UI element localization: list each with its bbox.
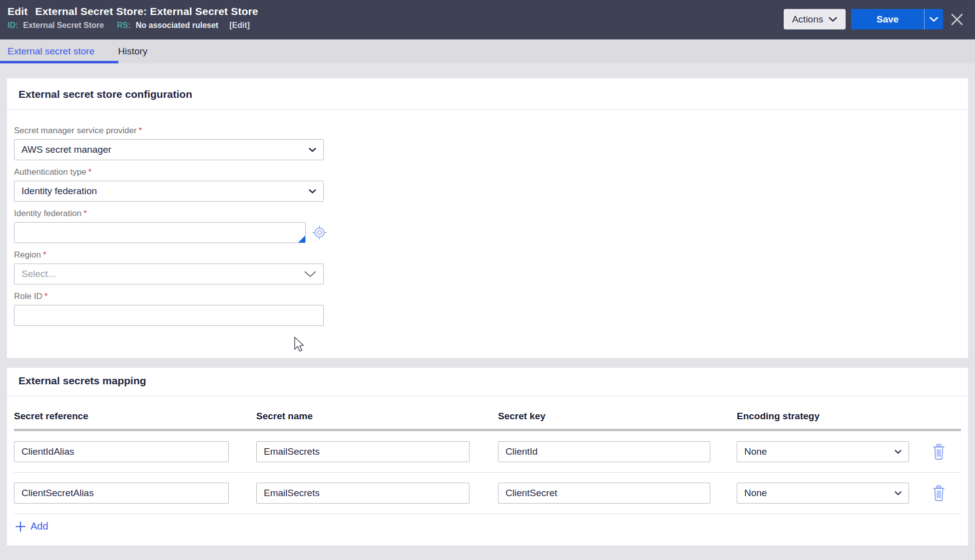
role-id-input[interactable]: [14, 305, 324, 326]
field-region: Region* Select...: [14, 250, 961, 284]
field-label: Secret manager service provider*: [14, 126, 961, 136]
add-row-label: Add: [30, 521, 48, 532]
actions-button[interactable]: Actions: [784, 9, 846, 29]
required-marker: *: [139, 126, 142, 135]
target-crosshair-icon[interactable]: [312, 225, 327, 241]
tab-external-secret-store[interactable]: External secret store: [7, 46, 94, 57]
column-header-encoding-strategy: Encoding strategy: [737, 411, 909, 422]
required-marker: *: [83, 209, 87, 218]
secret-reference-input[interactable]: [14, 441, 229, 462]
config-section-title: External secret store configuration: [14, 78, 961, 100]
save-options-button[interactable]: [924, 9, 943, 29]
chevron-down-icon: [304, 271, 316, 278]
ruleset-edit-link[interactable]: [Edit]: [229, 21, 250, 30]
page-title: EditExternal Secret Store: External Secr…: [7, 5, 258, 17]
identity-federation-input[interactable]: [14, 222, 306, 243]
mapping-section-card: External secrets mapping Secret referenc…: [7, 368, 968, 546]
mapping-table-header: Secret reference Secret name Secret key …: [14, 396, 961, 429]
secret-manager-provider-select[interactable]: AWS secret manager: [14, 139, 324, 160]
secret-name-input[interactable]: [256, 483, 470, 504]
field-role-id: Role ID*: [14, 291, 961, 326]
column-header-secret-name: Secret name: [256, 411, 498, 422]
chevron-down-icon: [309, 189, 316, 194]
required-marker: *: [44, 291, 48, 301]
column-header-secret-reference: Secret reference: [14, 411, 256, 422]
table-row: None: [14, 431, 961, 472]
actions-button-label: Actions: [792, 14, 823, 25]
tab-history[interactable]: History: [118, 46, 147, 57]
field-label: Role ID*: [14, 291, 961, 301]
edit-prefix: Edit: [7, 5, 27, 17]
trash-icon: [932, 444, 946, 460]
tab-bar: External secret store History: [0, 39, 975, 63]
close-button[interactable]: [950, 12, 964, 26]
field-secret-manager-service-provider: Secret manager service provider* AWS sec…: [14, 126, 961, 160]
table-row: None: [14, 473, 961, 514]
chevron-down-icon: [895, 450, 902, 454]
config-section-card: External secret store configuration Secr…: [7, 78, 968, 358]
required-marker: *: [88, 167, 92, 177]
region-combobox[interactable]: Select...: [14, 264, 324, 284]
resize-handle[interactable]: [298, 236, 305, 243]
app-header: EditExternal Secret Store: External Secr…: [0, 0, 975, 39]
rs-value: No associated ruleset: [136, 21, 218, 30]
region-placeholder: Select...: [21, 269, 56, 280]
close-icon: [950, 12, 964, 26]
row-divider: [14, 514, 961, 514]
chevron-down-icon: [895, 491, 902, 496]
encoding-strategy-select[interactable]: None: [737, 483, 909, 504]
rs-label: RS:: [117, 21, 131, 30]
delete-row-button[interactable]: [932, 485, 946, 502]
secret-reference-input[interactable]: [14, 483, 229, 504]
mapping-section-title: External secrets mapping: [14, 368, 961, 387]
required-marker: *: [43, 250, 46, 260]
encoding-strategy-select[interactable]: None: [737, 441, 909, 462]
chevron-down-icon: [930, 17, 938, 22]
id-label: ID:: [7, 21, 18, 30]
add-row-button[interactable]: Add: [14, 521, 48, 532]
plus-icon: [15, 521, 26, 532]
delete-row-button[interactable]: [932, 444, 946, 460]
field-label: Authentication type*: [14, 167, 961, 177]
field-authentication-type: Authentication type* Identity federation: [14, 167, 961, 202]
field-label: Region*: [14, 250, 961, 260]
save-split-button: Save: [851, 9, 943, 29]
save-button[interactable]: Save: [851, 9, 924, 29]
id-value: External Secret Store: [23, 21, 104, 30]
field-identity-federation: Identity federation*: [14, 209, 961, 243]
secret-name-input[interactable]: [256, 441, 470, 462]
chevron-down-icon: [829, 17, 837, 22]
authentication-type-select[interactable]: Identity federation: [14, 181, 324, 202]
secret-key-input[interactable]: [498, 483, 710, 504]
column-header-secret-key: Secret key: [498, 411, 737, 422]
record-title: External Secret Store: External Secret S…: [35, 5, 258, 17]
secret-key-input[interactable]: [498, 441, 710, 462]
trash-icon: [932, 485, 946, 502]
active-tab-underline: [0, 61, 118, 63]
field-label: Identity federation*: [14, 209, 961, 219]
chevron-down-icon: [309, 148, 316, 152]
